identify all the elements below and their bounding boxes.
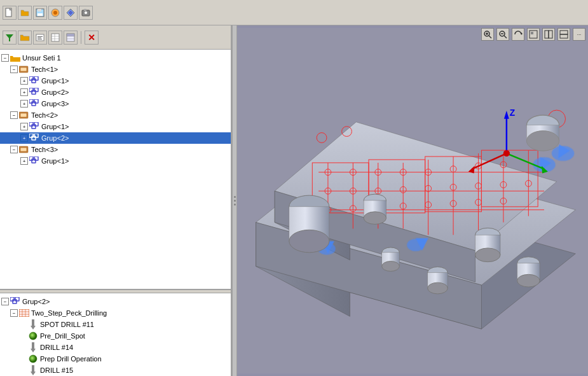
view3-button[interactable] bbox=[557, 28, 570, 41]
svg-rect-59 bbox=[32, 342, 34, 349]
tech3-item[interactable]: − Tech<3> bbox=[0, 144, 231, 155]
expand-tech1-grup1[interactable]: + bbox=[20, 77, 28, 85]
drill15-item[interactable]: DRILL #15 bbox=[0, 365, 231, 376]
svg-rect-78 bbox=[560, 34, 568, 38]
table2-button[interactable] bbox=[64, 31, 78, 45]
more-button[interactable]: ··· bbox=[573, 28, 585, 41]
svg-rect-26 bbox=[29, 76, 33, 80]
bottom-root-label: Grup<2> bbox=[22, 298, 50, 305]
svg-rect-22 bbox=[67, 34, 74, 36]
expand-tech1-grup3[interactable]: + bbox=[20, 100, 28, 108]
drill14-icon bbox=[28, 342, 38, 352]
drilling-op-icon bbox=[19, 308, 29, 318]
svg-point-144 bbox=[289, 230, 329, 252]
svg-rect-4 bbox=[38, 13, 43, 16]
vertical-splitter[interactable] bbox=[232, 25, 237, 376]
svg-point-10 bbox=[85, 11, 88, 14]
svg-point-162 bbox=[517, 274, 540, 287]
svg-point-170 bbox=[503, 150, 510, 157]
svg-rect-74 bbox=[531, 32, 533, 34]
pre-drill-spot-label: Pre_Drill_Spot bbox=[40, 332, 85, 340]
tech3-grup1-label: Grup<1> bbox=[41, 157, 69, 165]
svg-point-156 bbox=[526, 131, 559, 151]
delete-button[interactable]: ✕ bbox=[85, 31, 99, 45]
svg-rect-51 bbox=[19, 309, 29, 317]
filter-button[interactable] bbox=[3, 31, 17, 45]
expand-root[interactable]: − bbox=[1, 54, 9, 62]
expand-tech2-grup1[interactable]: + bbox=[20, 123, 28, 130]
svg-rect-25 bbox=[20, 67, 27, 71]
tech1-grup2-item[interactable]: + Grup<2> bbox=[0, 87, 231, 98]
prep-drill-op-label: Prep Drill Operation bbox=[40, 355, 102, 363]
expand-tech1[interactable]: − bbox=[10, 66, 18, 73]
tech3-group1-icon bbox=[29, 156, 39, 166]
camera-button[interactable] bbox=[79, 6, 93, 20]
tree-top-panel[interactable]: − Unsur Seti 1 − Tech<1> + Gr bbox=[0, 50, 231, 289]
rotate-button[interactable] bbox=[512, 28, 524, 41]
prep-drill-op-item[interactable]: Prep Drill Operation bbox=[0, 353, 231, 365]
drilling-op-label: Two_Step_Peck_Drilling bbox=[31, 309, 107, 317]
tree-root-item[interactable]: − Unsur Seti 1 bbox=[0, 52, 231, 64]
view1-button[interactable] bbox=[527, 28, 540, 41]
new-button[interactable] bbox=[3, 6, 17, 20]
svg-point-150 bbox=[475, 248, 500, 262]
tree-bottom-panel[interactable]: − Grup<2> − Two_Step_Peck_Drilling bbox=[0, 293, 231, 376]
pre-drill-spot-item[interactable]: Pre_Drill_Spot bbox=[0, 330, 231, 342]
svg-rect-17 bbox=[51, 34, 59, 41]
svg-rect-75 bbox=[545, 31, 549, 38]
tech1-grup3-item[interactable]: + Grup<3> bbox=[0, 98, 231, 109]
tech2-grup2-item[interactable]: + Grup<2> bbox=[0, 132, 231, 144]
tech2-item[interactable]: − Tech<2> bbox=[0, 109, 231, 121]
machine-3d-view: Z bbox=[237, 25, 588, 376]
spot-drill-item[interactable]: SPOT DRILL #11 bbox=[0, 319, 231, 330]
svg-marker-12 bbox=[6, 34, 13, 41]
expand-drilling[interactable]: − bbox=[10, 309, 18, 317]
svg-rect-42 bbox=[34, 134, 38, 137]
tech3-grup1-item[interactable]: + Grup<1> bbox=[0, 155, 231, 167]
drill14-item[interactable]: DRILL #14 bbox=[0, 342, 231, 353]
svg-rect-76 bbox=[549, 31, 552, 38]
drill14-label: DRILL #14 bbox=[40, 344, 73, 351]
tech3-icon bbox=[19, 144, 29, 155]
expand-tech1-grup2[interactable]: + bbox=[20, 88, 28, 96]
folder-button[interactable] bbox=[18, 31, 32, 45]
drilling-op-item[interactable]: − Two_Step_Peck_Drilling bbox=[0, 307, 231, 319]
tech1-item[interactable]: − Tech<1> bbox=[0, 64, 231, 75]
tech2-grup1-label: Grup<1> bbox=[41, 123, 69, 130]
render-button[interactable] bbox=[64, 6, 78, 20]
svg-line-70 bbox=[504, 36, 507, 38]
svg-rect-40 bbox=[29, 134, 33, 137]
viewport-toolbar: ··· bbox=[481, 28, 585, 41]
expand-tech3-grup1[interactable]: + bbox=[20, 157, 28, 165]
tech1-grup1-item[interactable]: + Grup<1> bbox=[0, 75, 231, 87]
tech2-grup1-item[interactable]: + Grup<1> bbox=[0, 121, 231, 132]
tech1-icon bbox=[19, 64, 29, 74]
svg-rect-44 bbox=[20, 148, 27, 151]
expand-tech2[interactable]: − bbox=[10, 111, 18, 119]
zoom-out-button[interactable] bbox=[496, 28, 509, 41]
3d-viewport[interactable]: ··· bbox=[237, 25, 588, 376]
bottom-root-item[interactable]: − Grup<2> bbox=[0, 296, 231, 307]
settings-button[interactable] bbox=[33, 31, 47, 45]
svg-rect-49 bbox=[13, 300, 17, 303]
drill15-icon bbox=[28, 365, 38, 375]
left-panel: ✕ − Unsur Seti 1 − Tech<1> + bbox=[0, 25, 232, 376]
svg-rect-11 bbox=[84, 9, 86, 11]
zoom-in-button[interactable] bbox=[481, 28, 494, 41]
view2-button[interactable] bbox=[542, 28, 555, 41]
svg-rect-29 bbox=[29, 88, 33, 92]
open-button[interactable] bbox=[18, 6, 32, 20]
part-button[interactable] bbox=[48, 6, 62, 20]
expand-tech2-grup2[interactable]: + bbox=[20, 134, 28, 142]
svg-rect-56 bbox=[32, 319, 34, 326]
save-button[interactable] bbox=[33, 6, 47, 20]
expand-tech3[interactable]: − bbox=[10, 146, 18, 153]
tech2-label: Tech<2> bbox=[31, 111, 58, 119]
tech1-grup2-label: Grup<2> bbox=[41, 88, 69, 96]
table-button[interactable] bbox=[48, 31, 62, 45]
splitter-dot-3 bbox=[234, 204, 236, 205]
expand-bottom-root[interactable]: − bbox=[1, 298, 9, 305]
pre-drill-spot-icon bbox=[28, 331, 38, 341]
svg-rect-45 bbox=[29, 157, 33, 160]
spot-drill-label: SPOT DRILL #11 bbox=[40, 321, 94, 328]
